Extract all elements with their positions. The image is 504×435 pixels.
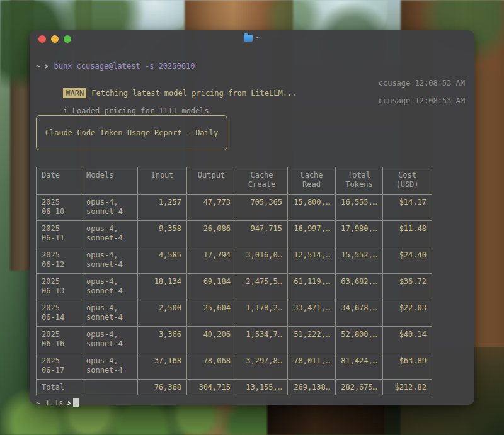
table-cell: 76,368 <box>138 380 187 395</box>
table-cell: 17,794 <box>187 247 236 274</box>
table-cell: 69,184 <box>187 274 236 300</box>
table-cell: 4,585 <box>138 247 187 274</box>
table-cell: $36.72 <box>383 274 432 300</box>
usage-table-row: 2025 06-13opus-4, sonnet-418,13469,1842,… <box>37 274 432 300</box>
table-cell: 3,016,0… <box>236 247 288 274</box>
table-cell: 1,534,7… <box>236 327 288 353</box>
column-header-input: Input <box>138 167 187 195</box>
info-icon: i <box>63 106 67 115</box>
table-cell: 18,134 <box>138 274 187 300</box>
table-cell: 37,168 <box>138 353 187 380</box>
usage-table-header-row: DateModelsInputOutputCache CreateCache R… <box>37 167 432 195</box>
table-cell: 47,773 <box>187 195 236 221</box>
table-cell: 705,365 <box>236 195 288 221</box>
table-cell: 282,675… <box>336 380 383 395</box>
column-header-total-tokens: Total Tokens <box>336 167 383 195</box>
table-cell: 2025 06-17 <box>37 353 81 380</box>
table-cell: opus-4, sonnet-4 <box>81 300 138 327</box>
table-cell: 1,257 <box>138 195 187 221</box>
command-line: ~ bunx ccusage@latest -s 20250610 <box>36 61 465 71</box>
folder-icon <box>244 35 253 42</box>
table-cell: 15,552,… <box>336 247 383 274</box>
table-cell: 1,178,2… <box>236 300 288 327</box>
usage-table-row: 2025 06-11opus-4, sonnet-49,35826,086947… <box>37 221 432 247</box>
command-duration: 1.1s <box>45 398 63 407</box>
table-cell: opus-4, sonnet-4 <box>81 327 138 353</box>
usage-table: DateModelsInputOutputCache CreateCache R… <box>36 167 432 395</box>
desktop: { "window": { "titlebar": { "path": "~" … <box>0 0 504 435</box>
table-cell: 12,514,… <box>288 247 336 274</box>
terminal-content: ~ bunx ccusage@latest -s 20250610 WARNFe… <box>30 47 474 405</box>
usage-table-row: 2025 06-14opus-4, sonnet-42,50025,6041,1… <box>37 300 432 327</box>
table-cell: 78,068 <box>187 353 236 380</box>
table-cell: 17,980,… <box>336 221 383 247</box>
table-cell: opus-4, sonnet-4 <box>81 274 138 300</box>
table-cell: 269,138… <box>288 380 336 395</box>
footer-prompt-line: ~ 1.1s <box>36 398 465 408</box>
column-header-cache-read: Cache Read <box>288 167 336 195</box>
table-cell: 13,155,… <box>236 380 288 395</box>
table-cell: 15,800,… <box>288 195 336 221</box>
usage-table-row: 2025 06-16opus-4, sonnet-43,36640,2061,5… <box>37 327 432 353</box>
table-cell: 2025 06-10 <box>37 195 81 221</box>
column-header-models: Models <box>81 167 138 195</box>
usage-table-row: 2025 06-17opus-4, sonnet-437,16878,0683,… <box>37 353 432 380</box>
command-text: bunx ccusage@latest -s 20250610 <box>54 62 195 71</box>
table-cell: opus-4, sonnet-4 <box>81 247 138 274</box>
prompt-chevron-icon <box>43 64 48 69</box>
column-header-output: Output <box>187 167 236 195</box>
table-cell: $40.14 <box>383 327 432 353</box>
background-sky-patch <box>120 0 189 35</box>
table-cell: 2025 06-11 <box>37 221 81 247</box>
column-header-cache-create: Cache Create <box>236 167 288 195</box>
log-timestamp: ccusage 12:08:53 AM <box>379 96 465 106</box>
footer-cwd: ~ <box>36 398 40 407</box>
table-cell: $14.17 <box>383 195 432 221</box>
table-cell: 2025 06-14 <box>37 300 81 327</box>
table-cell: 2,500 <box>138 300 187 327</box>
table-cell: $212.82 <box>383 380 432 395</box>
log-timestamp: ccusage 12:08:53 AM <box>379 78 465 88</box>
table-cell: 2025 06-12 <box>37 247 81 274</box>
table-cell: 33,471,… <box>288 300 336 327</box>
usage-table-row: 2025 06-10opus-4, sonnet-41,25747,773705… <box>37 195 432 221</box>
terminal-window: ~ ~ bunx ccusage@latest -s 20250610 WARN… <box>30 30 474 405</box>
table-cell: opus-4, sonnet-4 <box>81 195 138 221</box>
window-title: ~ <box>256 34 260 42</box>
column-header-date: Date <box>37 167 81 195</box>
table-cell: 51,222,… <box>288 327 336 353</box>
table-cell: opus-4, sonnet-4 <box>81 353 138 380</box>
window-titlebar[interactable]: ~ <box>30 30 474 47</box>
table-cell: $22.03 <box>383 300 432 327</box>
table-cell: 61,119,… <box>288 274 336 300</box>
table-cell: 63,682,… <box>336 274 383 300</box>
report-title: Claude Code Token Usage Report - Daily <box>45 128 219 137</box>
column-header-cost-usd: Cost (USD) <box>383 167 432 195</box>
table-cell: 2,475,5… <box>236 274 288 300</box>
table-cell: 25,604 <box>187 300 236 327</box>
prompt-chevron-icon <box>66 401 71 405</box>
table-cell: 304,715 <box>187 380 236 395</box>
table-cell: 16,555,… <box>336 195 383 221</box>
table-cell: $11.48 <box>383 221 432 247</box>
terminal-cursor[interactable] <box>73 398 79 407</box>
table-cell: 78,011,… <box>288 353 336 380</box>
table-cell: 26,086 <box>187 221 236 247</box>
table-cell: 52,800,… <box>336 327 383 353</box>
table-cell: opus-4, sonnet-4 <box>81 221 138 247</box>
log-line-warn: WARNFetching latest model pricing from L… <box>36 78 465 88</box>
table-cell: 16,997,… <box>288 221 336 247</box>
table-cell: Total <box>37 380 81 395</box>
table-cell: 2025 06-13 <box>37 274 81 300</box>
usage-table-body: 2025 06-10opus-4, sonnet-41,25747,773705… <box>37 195 432 395</box>
table-cell: 81,424,… <box>336 353 383 380</box>
log-line-info: i Loaded pricing for 1111 models ccusage… <box>36 96 465 106</box>
table-cell: 9,358 <box>138 221 187 247</box>
usage-table-row: 2025 06-12opus-4, sonnet-44,58517,7943,0… <box>37 247 432 274</box>
report-title-box: Claude Code Token Usage Report - Daily <box>36 115 227 150</box>
table-cell: 3,366 <box>138 327 187 353</box>
table-cell: 40,206 <box>187 327 236 353</box>
prompt-cwd: ~ <box>36 62 40 71</box>
table-cell: 2025 06-16 <box>37 327 81 353</box>
table-cell: $24.40 <box>383 247 432 274</box>
